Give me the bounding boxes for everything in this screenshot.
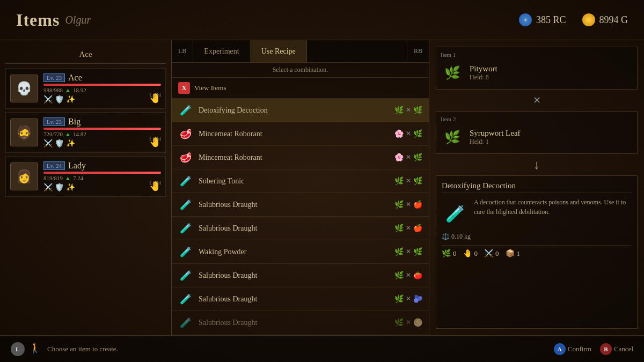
member-info-2: Lv. 24 Lady 819/819 ▲ 7.24 ⚔️ 🛡️ ✨ (43, 161, 161, 192)
recipe-item-1[interactable]: 🥩 Mincemeat Roborant 🌸 ✕ 🌿 (172, 122, 429, 146)
level-badge-2: Lv. 24 (43, 161, 65, 170)
recipe-name-0: Detoxifying Decoction (199, 106, 389, 115)
hp-bar-2 (43, 172, 161, 174)
hp-bar-1 (43, 128, 161, 130)
recipe-icon-4: 🧪 (178, 197, 193, 212)
confirm-button[interactable]: A Confirm (554, 343, 591, 355)
hp-fill-1 (43, 128, 161, 130)
rc-icon: ✦ (519, 13, 532, 26)
slot2-content: 🌿 Syrupwort Leaf Held: 1 (441, 125, 633, 149)
left-bumper[interactable]: LB (172, 40, 193, 62)
currency-display: ✦ 385 RC 8994 G (519, 13, 628, 26)
page-title: Items (16, 10, 60, 30)
recipe-name-5: Salubrious Draught (199, 224, 389, 233)
avatar-1: 🧔 (10, 119, 38, 146)
recipe-name-1: Mincemeat Roborant (199, 130, 389, 138)
view-items-row[interactable]: X View Items (172, 78, 429, 99)
slot1-label: Item 1 (441, 51, 633, 58)
party-panel: Ace 💀 Lv. 23 Ace 988/988 ▲ 18.92 ⚔️ 🛡️ ✨… (0, 40, 172, 335)
recipe-item-6[interactable]: 🧪 Waking Powder 🌿 ✕ 🌿 (172, 240, 429, 264)
details-panel: Item 1 🌿 Pitywort Held: 8 ✕ Item 2 🌿 Syr… (429, 40, 644, 335)
connector-arrow: ↓ (436, 158, 638, 171)
stat-value-3: 1 (517, 249, 521, 258)
recipe-icon-2: 🥩 (178, 150, 193, 165)
party-list: 💀 Lv. 23 Ace 988/988 ▲ 18.92 ⚔️ 🛡️ ✨ Lig… (5, 68, 166, 197)
level-row-0: Lv. 23 Ace (43, 73, 161, 83)
walk-icon: 🚶 (29, 342, 41, 356)
recipe-item-8[interactable]: 🧪 Salubrious Draught 🌿 ✕ 🫐 (172, 287, 429, 311)
recipe-name-4: Salubrious Draught (199, 201, 389, 209)
recipe-item-0[interactable]: 🧪 Detoxifying Decoction 🌿 ✕ 🌿 (172, 99, 429, 122)
result-description: A decoction that counteracts poisons and… (474, 197, 632, 217)
recipe-icon-9: 🧪 (178, 315, 193, 330)
party-member-0[interactable]: 💀 Lv. 23 Ace 988/988 ▲ 18.92 ⚔️ 🛡️ ✨ Lig… (5, 68, 166, 109)
bottom-bar: L 🚶 Choose an item to create. A Confirm … (0, 335, 644, 362)
hp-bar-0 (43, 84, 161, 86)
tab-bar: LB Experiment Use Recipe RB (172, 40, 429, 63)
party-member-1[interactable]: 🧔 Lv. 23 Big 720/720 ▲ 14.82 ⚔️ 🛡️ ✨ Lig… (5, 112, 166, 153)
party-member-2[interactable]: 👩 Lv. 24 Lady 819/819 ▲ 7.24 ⚔️ 🛡️ ✨ Lig… (5, 156, 166, 197)
recipe-mats-3: 🌿 ✕ 🌿 (394, 176, 422, 186)
gold-currency: 8994 G (582, 13, 628, 26)
slot2-info: Syrupwort Leaf Held: 1 (470, 129, 521, 146)
tab-experiment[interactable]: Experiment (193, 40, 250, 62)
a-button[interactable]: A (554, 343, 566, 355)
recipe-icon-6: 🧪 (178, 245, 193, 260)
recipe-name-9: Salubrious Draught (199, 319, 389, 327)
hp-row-0: 988/988 ▲ 18.92 (43, 87, 161, 93)
level-row-1: Lv. 23 Big (43, 117, 161, 127)
gold-icon (582, 13, 595, 26)
recipe-item-5[interactable]: 🧪 Salubrious Draught 🌿 ✕ 🍎 (172, 217, 429, 240)
page-subtitle: Olgur (65, 14, 91, 26)
select-hint: Select a combination. (172, 63, 429, 78)
stat-icon-3: 📦 (506, 249, 515, 258)
view-items-label: View Items (194, 84, 226, 92)
right-bumper[interactable]: RB (407, 40, 429, 62)
recipe-name-3: Sobering Tonic (199, 177, 389, 186)
stat-item-0: 🌿 0 (442, 249, 457, 258)
bottom-controls: L 🚶 (11, 342, 41, 356)
member-name-2: Lady (68, 161, 86, 171)
right-icon-0: 🤚 (149, 92, 161, 104)
right-icon-1: 🤚 (149, 136, 161, 148)
member-icons-0: ⚔️ 🛡️ ✨ (43, 95, 161, 104)
cancel-button[interactable]: B Cancel (600, 343, 633, 355)
l-button[interactable]: L (11, 342, 25, 356)
result-icon: 🧪 (442, 197, 469, 230)
recipe-item-2[interactable]: 🥩 Mincemeat Roborant 🌸 ✕ 🌿 (172, 146, 429, 169)
recipe-mats-0: 🌿 ✕ 🌿 (394, 106, 422, 115)
slot2-icon: 🌿 (441, 125, 464, 149)
stat-value-2: 0 (495, 249, 499, 258)
level-badge-0: Lv. 23 (43, 73, 65, 82)
tab-use-recipe[interactable]: Use Recipe (251, 40, 307, 62)
recipe-mats-8: 🌿 ✕ 🫐 (394, 294, 422, 304)
recipe-item-4[interactable]: 🧪 Salubrious Draught 🌿 ✕ 🍎 (172, 193, 429, 217)
x-button[interactable]: X (178, 82, 190, 94)
recipe-item-9[interactable]: 🧪 Salubrious Draught 🌿 ✕ 🌕 (172, 311, 429, 335)
result-stats: 🌿 0 🤚 0 ⚔️ 0 📦 1 (442, 245, 632, 258)
bottom-hint: Choose an item to create. (47, 345, 118, 353)
hp-fill-0 (43, 84, 161, 86)
slot2-label: Item 2 (441, 116, 633, 122)
b-button[interactable]: B (600, 343, 612, 355)
weight-icon: ⚖️ (442, 233, 450, 240)
recipe-icon-7: 🧪 (178, 268, 193, 283)
result-title: Detoxifying Decoction (442, 181, 632, 193)
member-info-1: Lv. 23 Big 720/720 ▲ 14.82 ⚔️ 🛡️ ✨ (43, 117, 161, 148)
item-slot-2: Item 2 🌿 Syrupwort Leaf Held: 1 (436, 111, 638, 154)
slot1-icon: 🌿 (441, 61, 464, 85)
recipe-item-3[interactable]: 🧪 Sobering Tonic 🌿 ✕ 🌿 (172, 169, 429, 193)
recipe-mats-1: 🌸 ✕ 🌿 (394, 129, 422, 138)
member-icons-1: ⚔️ 🛡️ ✨ (43, 139, 161, 148)
hp-fill-2 (43, 172, 161, 174)
confirm-label: Confirm (568, 345, 591, 353)
recipe-icon-3: 🧪 (178, 174, 193, 189)
member-name-0: Ace (68, 73, 82, 83)
stat-value-0: 0 (453, 249, 457, 258)
level-badge-1: Lv. 23 (43, 117, 65, 126)
header: Items Olgur ✦ 385 RC 8994 G (0, 0, 644, 40)
party-header: Ace (5, 46, 166, 64)
gold-value: 8994 G (599, 14, 628, 26)
recipe-item-7[interactable]: 🧪 Salubrious Draught 🌿 ✕ 🍅 (172, 264, 429, 287)
level-row-2: Lv. 24 Lady (43, 161, 161, 171)
